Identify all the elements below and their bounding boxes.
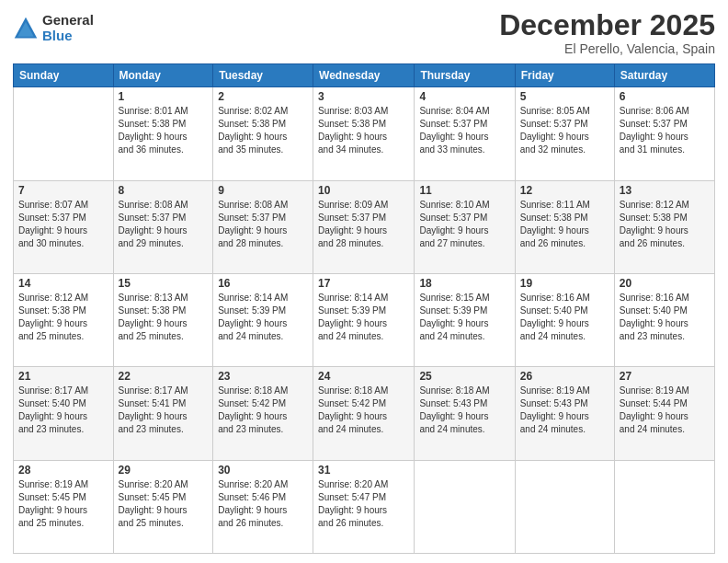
weekday-header-tuesday: Tuesday: [213, 64, 313, 87]
calendar-cell: 14Sunrise: 8:12 AM Sunset: 5:38 PM Dayli…: [14, 273, 114, 366]
day-info: Sunrise: 8:20 AM Sunset: 5:47 PM Dayligh…: [318, 478, 409, 530]
day-info: Sunrise: 8:20 AM Sunset: 5:46 PM Dayligh…: [218, 478, 308, 530]
day-info: Sunrise: 8:01 AM Sunset: 5:38 PM Dayligh…: [119, 105, 209, 156]
day-number: 29: [119, 464, 209, 477]
calendar-title: December 2025: [499, 9, 715, 41]
day-number: 20: [620, 277, 710, 290]
calendar-cell: 31Sunrise: 8:20 AM Sunset: 5:47 PM Dayli…: [313, 460, 415, 553]
calendar-cell: 1Sunrise: 8:01 AM Sunset: 5:38 PM Daylig…: [113, 87, 213, 180]
day-info: Sunrise: 8:19 AM Sunset: 5:45 PM Dayligh…: [18, 478, 108, 530]
calendar-cell: 5Sunrise: 8:05 AM Sunset: 5:37 PM Daylig…: [515, 87, 614, 180]
day-number: 11: [419, 184, 509, 197]
day-info: Sunrise: 8:10 AM Sunset: 5:37 PM Dayligh…: [419, 199, 509, 250]
calendar-cell: 20Sunrise: 8:16 AM Sunset: 5:40 PM Dayli…: [614, 273, 714, 366]
calendar-cell: 13Sunrise: 8:12 AM Sunset: 5:38 PM Dayli…: [614, 180, 714, 273]
calendar-week-row: 7Sunrise: 8:07 AM Sunset: 5:37 PM Daylig…: [14, 180, 715, 273]
weekday-header-wednesday: Wednesday: [313, 64, 415, 87]
day-info: Sunrise: 8:19 AM Sunset: 5:43 PM Dayligh…: [520, 385, 609, 436]
calendar-table: SundayMondayTuesdayWednesdayThursdayFrid…: [13, 63, 715, 554]
day-number: 5: [520, 90, 609, 103]
day-number: 1: [119, 90, 209, 103]
calendar-cell: 28Sunrise: 8:19 AM Sunset: 5:45 PM Dayli…: [14, 460, 114, 553]
day-info: Sunrise: 8:09 AM Sunset: 5:37 PM Dayligh…: [318, 199, 409, 250]
day-number: 17: [318, 277, 409, 290]
day-number: 2: [218, 90, 308, 103]
day-number: 6: [620, 90, 710, 103]
page-header: General Blue December 2025 El Perello, V…: [13, 9, 715, 56]
day-number: 25: [419, 370, 509, 383]
weekday-header-sunday: Sunday: [14, 64, 114, 87]
logo-icon: [13, 16, 39, 41]
day-number: 21: [18, 370, 108, 383]
calendar-cell: 27Sunrise: 8:19 AM Sunset: 5:44 PM Dayli…: [614, 367, 714, 460]
day-info: Sunrise: 8:14 AM Sunset: 5:39 PM Dayligh…: [218, 292, 308, 343]
calendar-body: 1Sunrise: 8:01 AM Sunset: 5:38 PM Daylig…: [14, 87, 715, 554]
calendar-cell: 22Sunrise: 8:17 AM Sunset: 5:41 PM Dayli…: [113, 367, 213, 460]
day-info: Sunrise: 8:11 AM Sunset: 5:38 PM Dayligh…: [520, 199, 609, 250]
day-info: Sunrise: 8:13 AM Sunset: 5:38 PM Dayligh…: [119, 292, 209, 343]
logo-text: General Blue: [42, 13, 94, 43]
day-info: Sunrise: 8:18 AM Sunset: 5:42 PM Dayligh…: [218, 385, 308, 436]
calendar-cell: 10Sunrise: 8:09 AM Sunset: 5:37 PM Dayli…: [313, 180, 415, 273]
calendar-cell: [14, 87, 114, 180]
day-number: 19: [520, 277, 609, 290]
day-info: Sunrise: 8:12 AM Sunset: 5:38 PM Dayligh…: [620, 199, 710, 250]
calendar-cell: 12Sunrise: 8:11 AM Sunset: 5:38 PM Dayli…: [515, 180, 614, 273]
calendar-cell: 4Sunrise: 8:04 AM Sunset: 5:37 PM Daylig…: [415, 87, 515, 180]
calendar-cell: 21Sunrise: 8:17 AM Sunset: 5:40 PM Dayli…: [14, 367, 114, 460]
weekday-header-row: SundayMondayTuesdayWednesdayThursdayFrid…: [14, 64, 715, 87]
day-info: Sunrise: 8:03 AM Sunset: 5:38 PM Dayligh…: [318, 105, 409, 156]
day-number: 22: [119, 370, 209, 383]
day-info: Sunrise: 8:08 AM Sunset: 5:37 PM Dayligh…: [119, 199, 209, 250]
day-info: Sunrise: 8:06 AM Sunset: 5:37 PM Dayligh…: [620, 105, 710, 156]
day-info: Sunrise: 8:17 AM Sunset: 5:40 PM Dayligh…: [18, 385, 108, 436]
day-number: 15: [119, 277, 209, 290]
day-info: Sunrise: 8:02 AM Sunset: 5:38 PM Dayligh…: [218, 105, 308, 156]
weekday-header-saturday: Saturday: [614, 64, 714, 87]
calendar-cell: 26Sunrise: 8:19 AM Sunset: 5:43 PM Dayli…: [515, 367, 614, 460]
calendar-cell: 3Sunrise: 8:03 AM Sunset: 5:38 PM Daylig…: [313, 87, 415, 180]
day-number: 27: [620, 370, 710, 383]
calendar-cell: 7Sunrise: 8:07 AM Sunset: 5:37 PM Daylig…: [14, 180, 114, 273]
day-info: Sunrise: 8:16 AM Sunset: 5:40 PM Dayligh…: [520, 292, 609, 343]
day-number: 16: [218, 277, 308, 290]
day-number: 14: [18, 277, 108, 290]
day-number: 18: [419, 277, 509, 290]
calendar-week-row: 1Sunrise: 8:01 AM Sunset: 5:38 PM Daylig…: [14, 87, 715, 180]
calendar-cell: 16Sunrise: 8:14 AM Sunset: 5:39 PM Dayli…: [213, 273, 313, 366]
day-info: Sunrise: 8:16 AM Sunset: 5:40 PM Dayligh…: [620, 292, 710, 343]
calendar-cell: 11Sunrise: 8:10 AM Sunset: 5:37 PM Dayli…: [415, 180, 515, 273]
logo-general-label: General: [42, 13, 94, 29]
day-number: 28: [18, 464, 108, 477]
day-info: Sunrise: 8:12 AM Sunset: 5:38 PM Dayligh…: [18, 292, 108, 343]
calendar-week-row: 28Sunrise: 8:19 AM Sunset: 5:45 PM Dayli…: [14, 460, 715, 553]
day-info: Sunrise: 8:14 AM Sunset: 5:39 PM Dayligh…: [318, 292, 409, 343]
day-number: 8: [119, 184, 209, 197]
calendar-cell: [614, 460, 714, 553]
calendar-cell: 15Sunrise: 8:13 AM Sunset: 5:38 PM Dayli…: [113, 273, 213, 366]
calendar-cell: 25Sunrise: 8:18 AM Sunset: 5:43 PM Dayli…: [415, 367, 515, 460]
calendar-cell: [515, 460, 614, 553]
day-info: Sunrise: 8:07 AM Sunset: 5:37 PM Dayligh…: [18, 199, 108, 250]
calendar-cell: 9Sunrise: 8:08 AM Sunset: 5:37 PM Daylig…: [213, 180, 313, 273]
calendar-cell: [415, 460, 515, 553]
calendar-subtitle: El Perello, Valencia, Spain: [499, 41, 715, 56]
day-number: 3: [318, 90, 409, 103]
day-number: 13: [620, 184, 710, 197]
calendar-cell: 6Sunrise: 8:06 AM Sunset: 5:37 PM Daylig…: [614, 87, 714, 180]
day-info: Sunrise: 8:15 AM Sunset: 5:39 PM Dayligh…: [419, 292, 509, 343]
day-number: 9: [218, 184, 308, 197]
calendar-header: SundayMondayTuesdayWednesdayThursdayFrid…: [14, 64, 715, 87]
day-info: Sunrise: 8:04 AM Sunset: 5:37 PM Dayligh…: [419, 105, 509, 156]
calendar-cell: 19Sunrise: 8:16 AM Sunset: 5:40 PM Dayli…: [515, 273, 614, 366]
day-info: Sunrise: 8:17 AM Sunset: 5:41 PM Dayligh…: [119, 385, 209, 436]
calendar-cell: 17Sunrise: 8:14 AM Sunset: 5:39 PM Dayli…: [313, 273, 415, 366]
calendar-cell: 2Sunrise: 8:02 AM Sunset: 5:38 PM Daylig…: [213, 87, 313, 180]
calendar-week-row: 14Sunrise: 8:12 AM Sunset: 5:38 PM Dayli…: [14, 273, 715, 366]
day-info: Sunrise: 8:08 AM Sunset: 5:37 PM Dayligh…: [218, 199, 308, 250]
calendar-week-row: 21Sunrise: 8:17 AM Sunset: 5:40 PM Dayli…: [14, 367, 715, 460]
page-container: General Blue December 2025 El Perello, V…: [0, 0, 728, 563]
day-number: 10: [318, 184, 409, 197]
weekday-header-friday: Friday: [515, 64, 614, 87]
day-info: Sunrise: 8:05 AM Sunset: 5:37 PM Dayligh…: [520, 105, 609, 156]
